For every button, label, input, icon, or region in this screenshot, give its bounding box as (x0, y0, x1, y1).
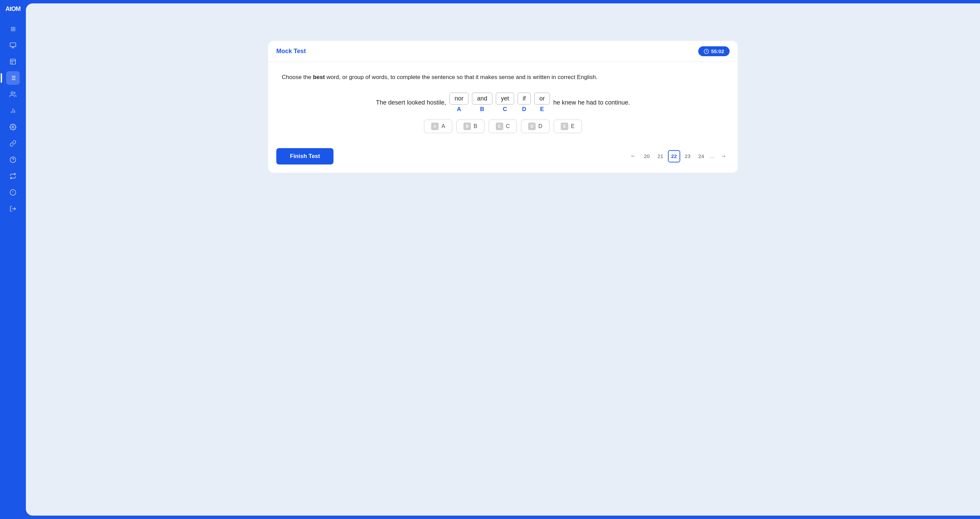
sidebar-item-transfer[interactable] (6, 169, 20, 183)
answer-badge-b: B (463, 123, 471, 130)
page-21[interactable]: 21 (654, 150, 667, 163)
main-content: Mock Test 55:02 Choose the best word, or… (26, 3, 980, 516)
answer-label-d: D (538, 123, 542, 129)
word-option-or: or E (534, 93, 550, 113)
page-24[interactable]: 24 (695, 150, 708, 163)
prev-page-button[interactable]: ← (627, 150, 640, 163)
finish-test-button[interactable]: Finish Test (276, 148, 334, 164)
answer-label-c: C (506, 123, 510, 129)
sentence-after: he knew he had to continue. (553, 99, 630, 106)
question-area: The desert looked hostile, nor A and B y… (282, 93, 724, 133)
sidebar-item-book[interactable] (6, 55, 20, 69)
label-e: E (540, 106, 544, 113)
test-card: Mock Test 55:02 Choose the best word, or… (268, 41, 738, 172)
test-title: Mock Test (276, 48, 306, 55)
page-23[interactable]: 23 (682, 150, 694, 163)
word-option-nor: nor A (450, 93, 469, 113)
word-box-nor[interactable]: nor (450, 93, 469, 105)
logo: AtOM (5, 5, 21, 13)
timer-value: 55:02 (711, 48, 724, 54)
svg-point-12 (11, 92, 13, 94)
card-header: Mock Test 55:02 (268, 41, 738, 62)
sidebar-item-link[interactable] (6, 137, 20, 150)
sentence-row: The desert looked hostile, nor A and B y… (376, 93, 630, 113)
sidebar-item-help[interactable] (6, 153, 20, 166)
label-a: A (457, 106, 461, 113)
word-box-or[interactable]: or (534, 93, 550, 105)
answer-button-e[interactable]: E E (554, 120, 582, 133)
instruction-text: Choose the best word, or group of words,… (282, 73, 724, 82)
sidebar-item-grid[interactable]: ⊞ (6, 22, 20, 36)
card-body: Choose the best word, or group of words,… (268, 62, 738, 143)
answer-badge-d: D (528, 123, 536, 130)
sidebar-item-chart[interactable] (6, 104, 20, 118)
next-page-button[interactable]: → (717, 150, 730, 163)
label-b: B (480, 106, 484, 113)
sidebar-item-logout[interactable] (6, 202, 20, 216)
page-22[interactable]: 22 (668, 150, 680, 163)
answer-button-b[interactable]: B B (456, 120, 485, 133)
answers-row: A A B B C C D D (424, 120, 582, 133)
sidebar-item-users[interactable] (6, 88, 20, 101)
pagination: ← 20 21 22 23 24 ... → (627, 150, 730, 163)
svg-point-16 (12, 126, 14, 128)
answer-badge-e: E (561, 123, 568, 130)
sidebar-item-monitor[interactable] (6, 38, 20, 52)
svg-rect-0 (10, 43, 16, 47)
answer-label-b: B (474, 123, 477, 129)
word-option-if: if D (517, 93, 531, 113)
label-c: C (503, 106, 507, 113)
answer-badge-a: A (431, 123, 439, 130)
clock-icon (704, 49, 709, 54)
page-20[interactable]: 20 (641, 150, 653, 163)
svg-rect-3 (11, 59, 16, 64)
answer-label-e: E (571, 123, 575, 129)
answer-button-c[interactable]: C C (488, 120, 517, 133)
label-d: D (522, 106, 526, 113)
sidebar: AtOM ⊞ (0, 0, 26, 519)
word-box-and[interactable]: and (472, 93, 492, 105)
answer-button-a[interactable]: A A (424, 120, 452, 133)
answer-badge-c: C (496, 123, 503, 130)
page-dots: ... (709, 153, 716, 160)
word-option-and: and B (472, 93, 492, 113)
timer-badge: 55:02 (698, 46, 730, 56)
answer-label-a: A (441, 123, 445, 129)
sidebar-item-info[interactable] (6, 185, 20, 199)
answer-button-d[interactable]: D D (521, 120, 550, 133)
word-box-yet[interactable]: yet (496, 93, 514, 105)
card-footer: Finish Test ← 20 21 22 23 24 ... → (268, 143, 738, 172)
sidebar-item-list[interactable] (6, 71, 20, 85)
sidebar-item-settings[interactable] (6, 120, 20, 134)
word-box-if[interactable]: if (517, 93, 531, 105)
sentence-before: The desert looked hostile, (376, 99, 446, 106)
word-option-yet: yet C (496, 93, 514, 113)
